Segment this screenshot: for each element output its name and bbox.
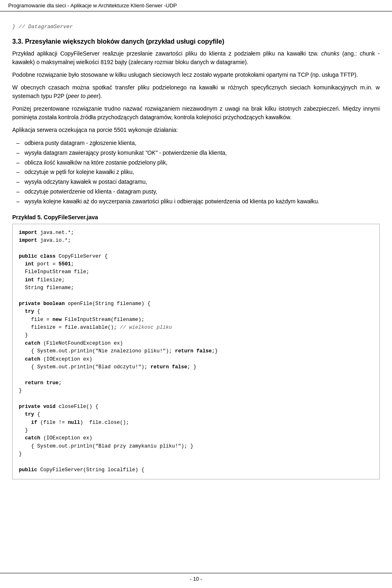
paragraph-2: Podobne rozwiązanie było stosowane w kil… xyxy=(12,71,380,79)
paragraph-4: Poniżej prezentowane rozwiązanie trudno … xyxy=(12,105,380,122)
bullet-item: wysyła datagram zawierający prosty komun… xyxy=(20,148,380,158)
bullet-list: odbiera pusty datagram - zgłoszenie klie… xyxy=(20,138,380,207)
bullet-item: odczytuje potwierdzenie od klienta - dat… xyxy=(20,187,380,197)
page-footer: - 10 - xyxy=(0,573,392,582)
header-title: Programowanie dla sieci - Aplikacje w Ar… xyxy=(8,2,177,9)
code-block: import java.net.*; import java.io.*; pub… xyxy=(12,224,380,480)
app-description: Aplikacja serwera oczekująca na porcie 5… xyxy=(12,126,380,134)
example-label: Przykład 5. CopyFileServer.java xyxy=(12,214,380,220)
bullet-item: wysyła odczytany kawałek w postaci datag… xyxy=(20,177,380,187)
bullet-item: odbiera pusty datagram - zgłoszenie klie… xyxy=(20,138,380,148)
bullet-item: oblicza ilość kawałków na które zostanie… xyxy=(20,158,380,168)
page-content: } // DatagramServer 3.3. Przesyłanie wię… xyxy=(0,11,392,504)
bullet-item: odczytuje w pętli for kolejne kawałki z … xyxy=(20,167,380,177)
paragraph-1: Przykład aplikacji CopyFileServer realiz… xyxy=(12,49,380,67)
paragraph-3: W obecnych czasach można spotkać transfe… xyxy=(12,83,380,100)
comment-line: } // DatagramServer xyxy=(12,24,380,30)
bullet-item: wysyła kolejne kawałki aż do wyczerpania… xyxy=(20,197,380,207)
section-heading: 3.3. Przesyłanie większych bloków danych… xyxy=(12,38,380,45)
page-number: - 10 - xyxy=(190,576,202,582)
page-header: Programowanie dla sieci - Aplikacje w Ar… xyxy=(0,0,392,11)
